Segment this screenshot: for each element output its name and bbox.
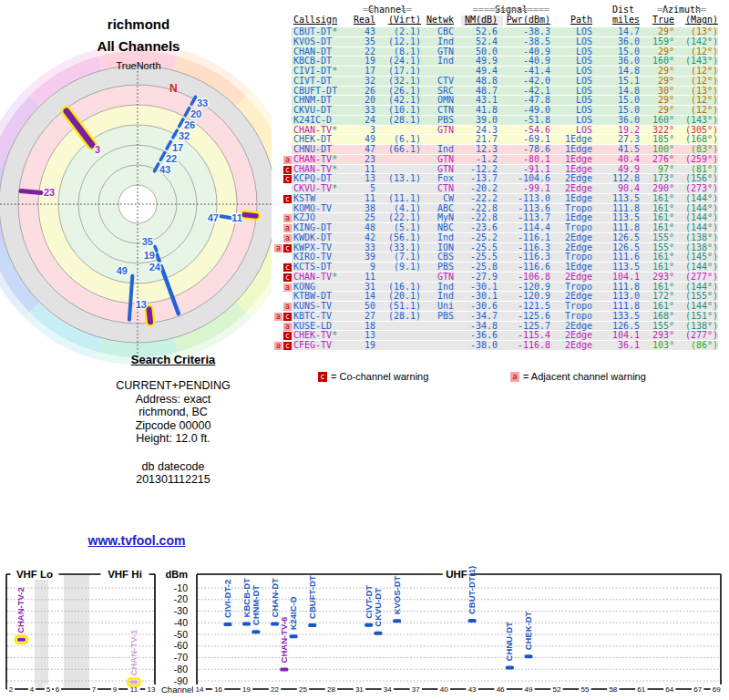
virtual-channel-cell: (9.1) [375, 262, 421, 272]
virtual-channel-cell: (26.1) [375, 87, 421, 96]
noise-margin-cell: -30.1 [461, 292, 503, 301]
true-azimuth-cell: 100° [642, 145, 674, 154]
power-cell: -40.9 [503, 47, 558, 57]
virtual-channel-cell: (22.1) [375, 213, 421, 222]
spectrum-signal-bar [364, 623, 373, 627]
dbm-tick-label: -80 [174, 664, 188, 674]
true-azimuth-cell: 155° [642, 322, 674, 331]
callsign-cell: KCPQ-DT [292, 174, 350, 183]
true-azimuth-cell: 29° [642, 47, 674, 57]
channel-tick-label: 46 [497, 685, 505, 694]
network-cell [421, 67, 461, 76]
network-cell: ION [421, 243, 461, 252]
virtual-channel-cell: (28.1) [375, 312, 421, 321]
true-azimuth-cell: 29° [642, 27, 674, 36]
distance-cell: 15.0 [601, 47, 642, 57]
power-cell: -120.9 [503, 292, 558, 301]
callsign-cell: CKVU-DT [292, 106, 350, 115]
radar-channel-label: 19 [144, 250, 155, 261]
callsign-cell: CIVT-DT [292, 77, 350, 86]
distance-cell: 41.5 [601, 145, 642, 154]
callsign-cell: KWPX-TV [292, 243, 350, 252]
channel-tick-label: 55 [580, 685, 589, 694]
network-cell: Ind [421, 233, 461, 242]
virtual-channel-cell: (11.1) [375, 194, 421, 203]
search-criteria-line: Zipcode 00000 [64, 419, 282, 433]
distance-cell: 111.8 [601, 302, 642, 311]
network-cell [421, 331, 461, 340]
power-cell: -38.5 [503, 37, 558, 46]
real-channel-cell: 5 [350, 184, 375, 193]
distance-cell: 126.5 [601, 233, 642, 242]
network-cell: PBS [421, 312, 461, 321]
spectrum-bar-label: KVOS-DT [392, 575, 402, 614]
table-row: aKUSE-LD18-34.8-125.72Edge126.5155°(138°… [272, 321, 724, 331]
distance-cell: 126.5 [601, 322, 642, 331]
magnetic-azimuth-cell: (144°) [674, 302, 718, 311]
virtual-channel-cell: (20.1) [375, 292, 421, 301]
distance-cell: 113.5 [601, 213, 642, 222]
radar-channel-label: 35 [142, 236, 153, 247]
table-row: K24IC-D24(28.1)PBS39.0-51.8LOS36.0160°(1… [272, 115, 724, 125]
path-cell: 1Edge [558, 155, 601, 164]
channel-tick-label: 64 [665, 685, 673, 694]
true-azimuth-cell: 161° [642, 283, 674, 292]
real-channel-cell: 11 [350, 165, 375, 174]
dbm-tick-label: -70 [174, 652, 188, 663]
path-cell: 2Edge [558, 331, 601, 340]
column-header-virt: (Virt) [375, 15, 421, 26]
channel-tick-label: 37 [412, 685, 420, 694]
spectrum-bar-label: CHAN-DT [270, 578, 280, 617]
callsign-cell: KBCB-DT [292, 57, 350, 66]
noise-margin-cell: -22.8 [461, 213, 503, 222]
channel-axis-label: Channel [161, 685, 193, 695]
network-cell: CBS [421, 252, 461, 262]
true-azimuth-cell: 185° [642, 135, 674, 144]
real-channel-cell: 33 [350, 243, 375, 252]
search-criteria-line: Address: exact [64, 393, 282, 407]
virtual-channel-cell: (8.1) [375, 47, 421, 57]
path-cell: 2Edge [558, 273, 601, 282]
radar-channel-label: 32 [179, 130, 190, 141]
real-channel-cell: 14 [350, 292, 375, 301]
true-azimuth-cell: 29° [642, 106, 674, 115]
path-cell: LOS [558, 27, 601, 36]
power-cell: -78.6 [503, 145, 558, 154]
column-header-true: True [642, 15, 674, 26]
distance-cell: 113.5 [601, 262, 642, 272]
tvfool-link[interactable]: www.tvfool.com [88, 533, 186, 548]
pending-star: * [332, 66, 337, 76]
network-cell: Ind [421, 283, 461, 292]
virtual-channel-cell: (56.1) [375, 233, 421, 242]
noise-margin-cell: -1.2 [461, 155, 503, 164]
true-azimuth-cell: 160° [642, 57, 674, 66]
noise-margin-cell: 49.9 [461, 57, 503, 66]
adjacent-warning-icon: a [283, 234, 292, 242]
dbm-tick-label: -40 [174, 617, 188, 628]
network-cell: Fox [421, 174, 461, 183]
channel-tick-label: 40 [440, 685, 448, 694]
channel-tick-label: 31 [355, 685, 364, 694]
power-cell: -38.3 [503, 27, 558, 36]
noise-margin-cell: -30.6 [461, 302, 503, 311]
power-cell: -47.8 [503, 96, 558, 105]
magnetic-azimuth-cell: (277°) [674, 331, 718, 340]
noise-margin-cell: -20.2 [461, 184, 503, 193]
table-row: cKSTW11(11.1)CW-22.2-113.01Edge113.5161°… [272, 193, 724, 203]
magnetic-azimuth-cell: (83°) [674, 145, 718, 154]
magnetic-azimuth-cell: (168°) [674, 135, 718, 144]
true-azimuth-cell: 155° [642, 233, 674, 242]
power-cell: -49.0 [503, 106, 558, 115]
table-row: acCFEG-TV19-38.0-116.82Edge36.1103°(86°) [272, 340, 724, 350]
search-criteria-line: richmond, BC [64, 406, 282, 419]
spectrum-chart: -10-20-30-40-50-60-70-80-90dBmChannelVHF… [0, 561, 729, 700]
power-cell: -116.3 [503, 243, 558, 252]
virtual-channel-cell: (5.1) [375, 223, 421, 232]
table-row: KBCB-DT19(24.1)Ind49.9-40.9LOS36.0160°(1… [272, 56, 724, 66]
channel-tick-label: 69 [713, 685, 721, 694]
channel-tick-label: 28 [327, 685, 335, 694]
power-cell: -113.6 [503, 204, 558, 213]
path-cell: 1Edge [558, 145, 601, 154]
channel-tick-label: 52 [553, 685, 561, 694]
dbm-axis-label: dBm [166, 569, 189, 580]
